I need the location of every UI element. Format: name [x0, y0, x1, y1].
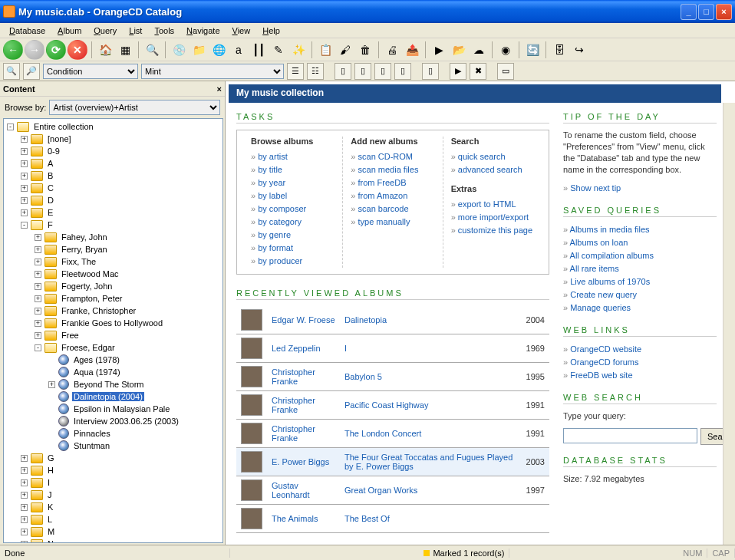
search-link[interactable]: quick search — [451, 150, 535, 163]
web-link[interactable]: OrangeCD website — [563, 343, 717, 356]
browse-link[interactable]: by artist — [251, 150, 335, 163]
browse-link[interactable]: by composer — [251, 203, 335, 216]
add-link[interactable]: type manually — [351, 216, 434, 229]
recent-artist[interactable]: Gustav Leonhardt — [267, 476, 340, 505]
menu-list[interactable]: List — [123, 25, 148, 37]
web-search-input[interactable] — [563, 428, 697, 443]
tree-node[interactable]: +G — [4, 452, 222, 464]
filter-value-select[interactable]: Mint — [141, 64, 284, 79]
sidebar-close-icon[interactable]: × — [217, 84, 222, 94]
edit-icon[interactable]: 🖌 — [336, 41, 354, 59]
tree-node[interactable]: Aqua (1974) — [4, 366, 222, 378]
recent-row[interactable]: Gustav LeonhardtGreat Organ Works1997 — [236, 476, 549, 505]
forward-button[interactable]: → — [25, 40, 44, 60]
browse-link[interactable]: by year — [251, 176, 335, 189]
recent-row[interactable]: Christopher FrankeBabylon 51995 — [236, 363, 549, 391]
tree-node[interactable]: +Fixx, The — [4, 255, 222, 268]
recent-row[interactable]: Edgar W. FroeseDalinetopia2004 — [236, 306, 549, 334]
expand-icon[interactable]: + — [21, 148, 28, 155]
extras-link[interactable]: more import/export — [451, 211, 535, 224]
recent-album[interactable]: Great Organ Works — [340, 476, 519, 505]
zoom-in-icon[interactable]: 🔍 — [3, 63, 20, 80]
expand-icon[interactable]: - — [7, 124, 14, 130]
expand-icon[interactable]: + — [35, 234, 41, 241]
amazon-icon[interactable]: a — [229, 41, 248, 59]
pane3-icon[interactable]: ▯ — [374, 63, 391, 80]
view-detail-icon[interactable]: ☷ — [307, 63, 324, 80]
tree-node[interactable]: +B — [4, 170, 222, 182]
unmark-icon[interactable]: ✖ — [470, 63, 486, 80]
tree-node[interactable]: -F — [4, 219, 222, 231]
expand-icon[interactable]: + — [21, 173, 28, 180]
tree-node[interactable]: Stuntman — [4, 440, 222, 452]
tree-node[interactable]: Ages (1978) — [4, 354, 222, 366]
scan-cd-icon[interactable]: 💿 — [170, 41, 188, 59]
expand-icon[interactable]: + — [21, 160, 28, 167]
recent-artist[interactable]: E. Power Biggs — [267, 448, 340, 476]
browse-by-select[interactable]: Artist (overview)+Artist — [49, 100, 220, 115]
tree-node[interactable]: +Frankie Goes to Hollywood — [4, 317, 222, 329]
tree-node[interactable]: +Ferry, Bryan — [4, 243, 222, 255]
recent-album[interactable]: I — [340, 334, 519, 363]
expand-icon[interactable]: + — [21, 492, 28, 499]
add-link[interactable]: from FreeDB — [351, 176, 434, 189]
expand-icon[interactable]: + — [35, 259, 41, 265]
print-icon[interactable]: 🖨 — [383, 41, 401, 59]
add-link[interactable]: from Amazon — [351, 189, 434, 203]
exit-icon[interactable]: ↪ — [570, 41, 588, 59]
tree-node[interactable]: +Fahey, John — [4, 231, 222, 243]
tree-node[interactable]: Pinnacles — [4, 427, 222, 440]
pane5-icon[interactable]: ▯ — [422, 63, 439, 80]
mark-icon[interactable]: ▶ — [450, 63, 466, 80]
tree-node[interactable]: +M — [4, 525, 222, 538]
tree-node[interactable]: +Beyond The Storm — [4, 378, 222, 390]
wizard-icon[interactable]: ✨ — [289, 41, 308, 59]
expand-icon[interactable]: + — [21, 541, 28, 544]
barcode-icon[interactable]: ┃┃ — [249, 41, 268, 59]
home-icon[interactable]: 🏠 — [96, 41, 114, 59]
expand-icon[interactable]: + — [21, 197, 28, 204]
tree-node[interactable]: +N — [4, 538, 222, 543]
tree-node[interactable]: +Fogerty, John — [4, 280, 222, 292]
tree-node[interactable]: +D — [4, 194, 222, 206]
extras-link[interactable]: export to HTML — [451, 198, 535, 211]
browse-link[interactable]: by format — [251, 242, 335, 255]
tree-view[interactable]: -Entire collection+[none]+0-9+A+B+C+D+E-… — [3, 118, 223, 543]
tree-node[interactable]: +J — [4, 489, 222, 501]
expand-icon[interactable]: + — [35, 271, 41, 278]
browse-link[interactable]: by label — [251, 189, 335, 203]
show-next-tip-link[interactable]: Show next tip — [563, 182, 717, 195]
recent-album[interactable]: The Best Of — [340, 505, 519, 533]
extras-link[interactable]: customize this page — [451, 224, 535, 237]
recent-artist[interactable]: Edgar W. Froese — [267, 306, 340, 334]
cloud-icon[interactable]: ☁ — [470, 41, 488, 59]
saved-query-link[interactable]: Live albums of 1970s — [563, 275, 717, 288]
view-list-icon[interactable]: ☰ — [287, 63, 304, 80]
tree-node[interactable]: +E — [4, 206, 222, 219]
menu-navigate[interactable]: Navigate — [180, 25, 226, 37]
tree-node[interactable]: +Franke, Christopher — [4, 305, 222, 317]
add-link[interactable]: scan barcode — [351, 203, 434, 216]
vertical-scrollbar[interactable] — [723, 103, 735, 545]
search-icon[interactable]: 🔍 — [143, 41, 161, 59]
filter-field-select[interactable]: Condition — [43, 64, 138, 79]
expand-icon[interactable]: + — [35, 246, 41, 253]
recent-artist[interactable]: The Animals — [267, 505, 340, 533]
browse-link[interactable]: by category — [251, 216, 335, 229]
tree-node[interactable]: +[none] — [4, 133, 222, 145]
expand-icon[interactable]: + — [21, 455, 28, 462]
saved-query-link[interactable]: All rare items — [563, 262, 717, 275]
tree-node[interactable]: +H — [4, 464, 222, 476]
saved-query-link[interactable]: Albums in media files — [563, 223, 717, 236]
expand-icon[interactable]: - — [21, 222, 28, 229]
tree-node[interactable]: +C — [4, 182, 222, 194]
web-link[interactable]: FreeDB web site — [563, 369, 717, 382]
pane2-icon[interactable]: ▯ — [354, 63, 371, 80]
recent-row[interactable]: Christopher FrankePacific Coast Highway1… — [236, 391, 549, 420]
expand-icon[interactable]: + — [21, 467, 28, 474]
recent-row[interactable]: E. Power BiggsThe Four Great Toccatas an… — [236, 448, 549, 476]
expand-icon[interactable]: + — [21, 529, 28, 535]
recent-row[interactable]: Led ZeppelinI1969 — [236, 334, 549, 363]
browse-link[interactable]: by producer — [251, 255, 335, 268]
expand-icon[interactable]: + — [21, 516, 28, 523]
